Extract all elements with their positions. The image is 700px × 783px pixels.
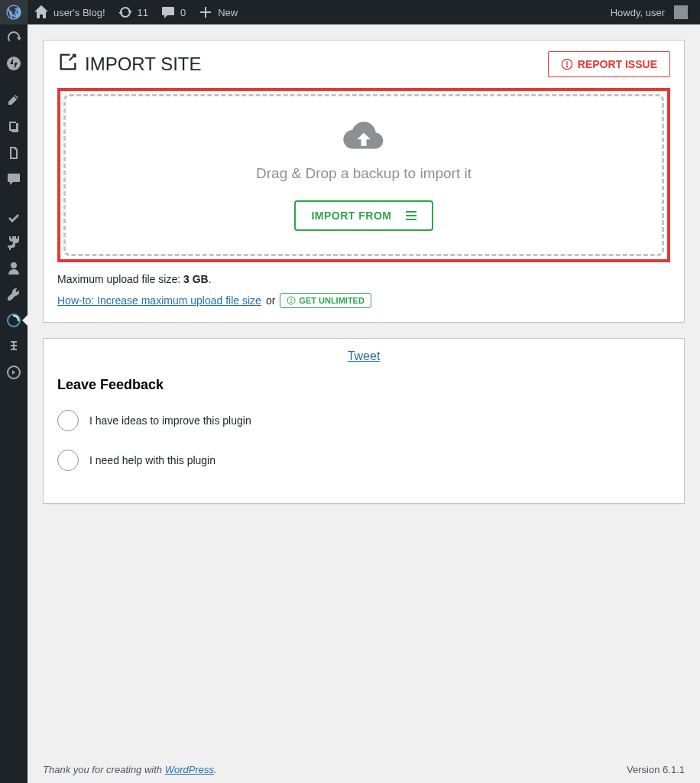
get-unlimited-button[interactable]: GET UNLIMITED	[280, 293, 371, 308]
get-unlimited-label: GET UNLIMITED	[299, 296, 365, 305]
howto-link[interactable]: How-to: Increase maximum upload file siz…	[57, 294, 261, 307]
wp-logo-menu[interactable]	[0, 0, 28, 24]
svg-point-2	[11, 318, 16, 323]
menu-posts[interactable]	[0, 88, 28, 114]
max-upload-line: Maximum upload file size: 3 GB.	[57, 273, 670, 285]
menu-jetpack[interactable]	[0, 50, 28, 76]
admin-sidebar	[0, 24, 28, 783]
dropzone-text: Drag & Drop a backup to import it	[256, 165, 472, 182]
report-issue-label: REPORT ISSUE	[578, 58, 657, 70]
warning-icon	[561, 58, 573, 70]
feedback-label: I have ideas to improve this plugin	[89, 414, 251, 427]
comments-menu[interactable]: 0	[154, 0, 192, 24]
feedback-label: I need help with this plugin	[89, 454, 216, 466]
updates-count: 11	[138, 7, 148, 18]
comments-icon	[160, 5, 176, 20]
menu-tools[interactable]	[0, 281, 28, 307]
menu-users[interactable]	[0, 255, 28, 281]
content-area: IMPORT SITE REPORT ISSUE Drag & Drop a b…	[28, 24, 700, 783]
avatar-icon	[674, 5, 688, 19]
site-name-label: user's Blog!	[53, 7, 105, 18]
info-icon	[287, 296, 296, 305]
page-title-text: IMPORT SITE	[85, 54, 201, 75]
plus-icon	[198, 5, 213, 20]
comments-count: 0	[180, 7, 186, 18]
site-name-menu[interactable]: user's Blog!	[28, 0, 112, 24]
svg-point-6	[566, 66, 567, 67]
admin-footer: Thank you for creating with WordPress. V…	[43, 764, 685, 775]
import-icon	[57, 51, 79, 77]
updates-icon	[118, 5, 133, 20]
home-icon	[34, 5, 49, 20]
my-account-menu[interactable]: Howdy, user	[604, 0, 694, 24]
dropzone-highlight: Drag & Drop a backup to import it IMPORT…	[57, 88, 670, 262]
feedback-option-help[interactable]: I need help with this plugin	[57, 450, 670, 471]
menu-appearance[interactable]	[0, 203, 28, 229]
menu-media[interactable]	[0, 114, 28, 140]
svg-point-9	[291, 302, 292, 303]
report-issue-button[interactable]: REPORT ISSUE	[548, 51, 670, 77]
menu-collapse[interactable]	[0, 359, 28, 385]
wordpress-link[interactable]: WordPress	[165, 764, 214, 775]
footer-thanks: Thank you for creating with	[43, 764, 165, 775]
menu-ai1wm[interactable]	[0, 307, 28, 333]
feedback-option-ideas[interactable]: I have ideas to improve this plugin	[57, 410, 670, 431]
new-label: New	[218, 7, 238, 18]
tweet-link[interactable]: Tweet	[348, 349, 381, 362]
feedback-heading: Leave Feedback	[57, 377, 670, 393]
import-panel: IMPORT SITE REPORT ISSUE Drag & Drop a b…	[43, 40, 685, 323]
cloud-upload-icon	[342, 119, 385, 154]
feedback-panel: Tweet Leave Feedback I have ideas to imp…	[43, 338, 685, 504]
backup-dropzone[interactable]: Drag & Drop a backup to import it IMPORT…	[63, 94, 664, 256]
menu-plugins[interactable]	[0, 229, 28, 255]
menu-icon	[406, 211, 416, 220]
menu-dashboard[interactable]	[0, 24, 28, 50]
svg-point-0	[7, 57, 21, 70]
or-text: or	[266, 294, 275, 307]
version-text: Version 6.1.1	[627, 764, 685, 775]
admin-bar: user's Blog! 11 0 New Howdy, user	[0, 0, 700, 24]
wordpress-icon	[6, 5, 21, 20]
import-from-label: IMPORT FROM	[311, 210, 391, 222]
import-from-button[interactable]: IMPORT FROM	[294, 200, 433, 231]
greeting-label: Howdy, user	[611, 7, 665, 18]
menu-comments[interactable]	[0, 166, 28, 192]
radio-icon	[57, 410, 79, 431]
page-title: IMPORT SITE	[57, 51, 201, 77]
updates-menu[interactable]: 11	[112, 0, 154, 24]
radio-icon	[57, 450, 79, 471]
menu-settings[interactable]	[0, 333, 28, 359]
new-content-menu[interactable]: New	[192, 0, 244, 24]
menu-pages[interactable]	[0, 140, 28, 166]
